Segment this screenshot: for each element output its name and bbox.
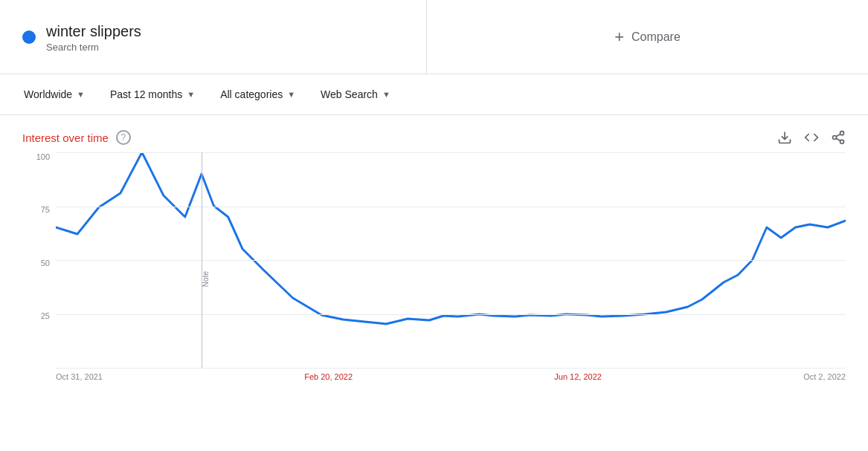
search-term-title: winter slippers	[46, 22, 141, 41]
chart-header: Interest over time ?	[22, 130, 846, 145]
y-label-25: 25	[41, 311, 56, 320]
note-divider-line	[202, 152, 202, 368]
svg-line-4	[836, 138, 840, 140]
compare-plus-icon: +	[614, 27, 624, 47]
category-filter-label: All categories	[220, 88, 283, 100]
y-label-75: 75	[41, 205, 56, 214]
search-term-type: Search term	[46, 42, 99, 53]
compare-label: Compare	[631, 30, 681, 44]
time-chevron-icon: ▼	[187, 90, 195, 99]
y-axis: 100 75 50 25	[22, 152, 56, 368]
search-term-info: winter slippers Search term	[46, 22, 141, 53]
x-label-feb22: Feb 20, 2022	[304, 372, 353, 381]
search-term-dot	[22, 30, 36, 44]
y-label-50: 50	[41, 259, 56, 267]
chart-title-area: Interest over time ?	[22, 130, 131, 145]
filters-bar: Worldwide ▼ Past 12 months ▼ All categor…	[0, 74, 868, 115]
help-icon-label: ?	[121, 132, 126, 143]
chart-title: Interest over time	[22, 132, 109, 144]
top-bar: winter slippers Search term + Compare	[0, 0, 868, 74]
x-label-jun22: Jun 12, 2022	[554, 372, 602, 381]
time-filter[interactable]: Past 12 months ▼	[101, 84, 204, 105]
time-filter-label: Past 12 months	[110, 88, 182, 100]
svg-point-3	[840, 140, 844, 143]
grid-line-50	[56, 260, 846, 261]
x-label-oct21: Oct 31, 2021	[56, 372, 103, 381]
grid-lines	[56, 152, 846, 368]
chart-section: Interest over time ?	[0, 115, 868, 398]
location-filter-label: Worldwide	[24, 88, 72, 100]
search-term-section: winter slippers Search term	[0, 0, 427, 74]
x-axis: Oct 31, 2021 Feb 20, 2022 Jun 12, 2022 O…	[56, 368, 846, 390]
embed-icon[interactable]	[804, 130, 819, 145]
svg-point-2	[833, 136, 837, 140]
compare-section[interactable]: + Compare	[427, 13, 868, 62]
search-type-filter-label: Web Search	[321, 88, 378, 100]
search-type-chevron-icon: ▼	[382, 90, 390, 99]
y-label-100: 100	[36, 152, 56, 161]
chart-actions	[777, 130, 846, 145]
note-label: Note	[202, 271, 211, 287]
category-filter[interactable]: All categories ▼	[211, 84, 304, 105]
category-chevron-icon: ▼	[287, 90, 295, 99]
svg-point-1	[840, 132, 844, 135]
download-icon[interactable]	[777, 130, 792, 145]
chart-container: 100 75 50 25 Note	[22, 152, 846, 390]
grid-line-100	[56, 152, 846, 153]
location-chevron-icon: ▼	[77, 90, 85, 99]
svg-line-5	[836, 134, 840, 136]
share-icon[interactable]	[831, 130, 846, 145]
help-icon[interactable]: ?	[116, 130, 131, 145]
x-label-oct22: Oct 2, 2022	[803, 372, 846, 381]
grid-line-75	[56, 207, 846, 207]
location-filter[interactable]: Worldwide ▼	[15, 84, 94, 105]
search-type-filter[interactable]: Web Search ▼	[312, 84, 399, 105]
grid-line-25	[56, 314, 846, 315]
chart-drawing-area: Note	[56, 152, 846, 368]
